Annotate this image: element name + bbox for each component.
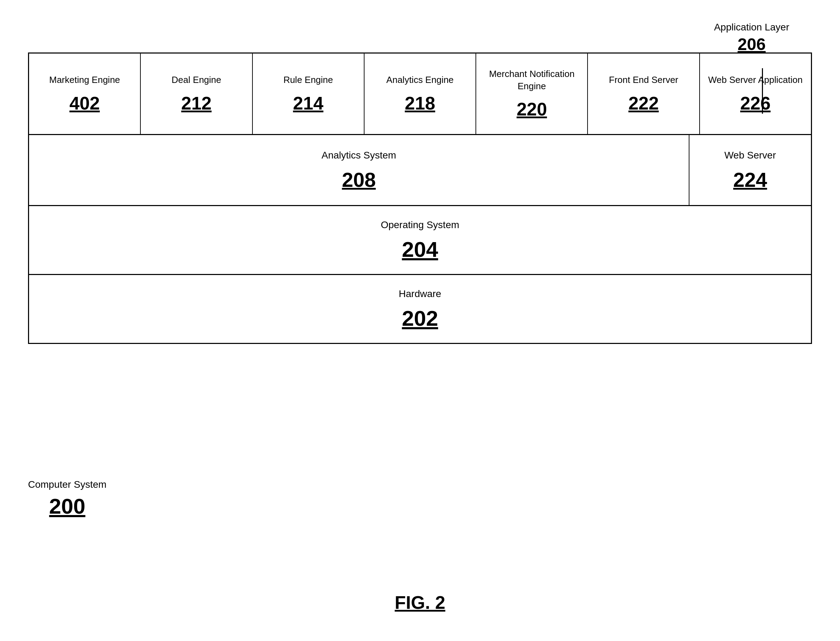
top-row: Marketing Engine 402 Deal Engine 212 Rul…	[29, 53, 811, 135]
middle-row: Analytics System 208 Web Server 224	[29, 135, 811, 206]
computer-system-label: Computer System	[28, 479, 107, 490]
analytics-engine-number: 218	[405, 93, 435, 114]
rule-engine-box: Rule Engine 214	[253, 53, 365, 134]
hardware-number: 202	[402, 306, 438, 331]
web-server-label: Web Server	[724, 149, 776, 162]
web-server-application-number: 226	[740, 93, 771, 114]
analytics-system-box: Analytics System 208	[29, 135, 690, 205]
hardware-row: Hardware 202	[29, 275, 811, 343]
analytics-engine-label: Analytics Engine	[386, 74, 454, 86]
computer-system-number: 200	[28, 494, 107, 519]
front-end-server-box: Front End Server 222	[588, 53, 699, 134]
analytics-system-label: Analytics System	[321, 149, 396, 162]
hardware-label: Hardware	[399, 287, 441, 301]
marketing-engine-number: 402	[69, 93, 100, 114]
deal-engine-number: 212	[181, 93, 212, 114]
marketing-engine-label: Marketing Engine	[49, 74, 120, 86]
analytics-engine-box: Analytics Engine 218	[365, 53, 476, 134]
web-server-application-box: Web Server Application 226	[700, 53, 811, 134]
front-end-server-label: Front End Server	[609, 74, 678, 86]
rule-engine-number: 214	[293, 93, 323, 114]
computer-system: Computer System 200	[28, 479, 107, 519]
deal-engine-label: Deal Engine	[171, 74, 221, 86]
merchant-notification-label: Merchant Notification Engine	[483, 68, 580, 92]
rule-engine-label: Rule Engine	[283, 74, 333, 86]
marketing-engine-box: Marketing Engine 402	[29, 53, 141, 134]
merchant-notification-number: 220	[517, 99, 547, 120]
front-end-server-number: 222	[628, 93, 659, 114]
analytics-system-number: 208	[342, 168, 376, 192]
page-container: Application Layer 206 Marketing Engine 4…	[0, 0, 840, 641]
os-label: Operating System	[381, 218, 459, 232]
web-server-box: Web Server 224	[690, 135, 811, 205]
fig-caption: FIG. 2	[395, 592, 445, 613]
web-server-number: 224	[733, 168, 767, 192]
web-server-application-label: Web Server Application	[708, 74, 803, 86]
deal-engine-box: Deal Engine 212	[141, 53, 252, 134]
os-row: Operating System 204	[29, 206, 811, 275]
app-layer-text: Application Layer	[714, 22, 789, 32]
app-layer-label: Application Layer 206	[714, 21, 789, 56]
merchant-notification-box: Merchant Notification Engine 220	[476, 53, 588, 134]
diagram: Marketing Engine 402 Deal Engine 212 Rul…	[28, 53, 812, 344]
os-number: 204	[402, 237, 438, 262]
